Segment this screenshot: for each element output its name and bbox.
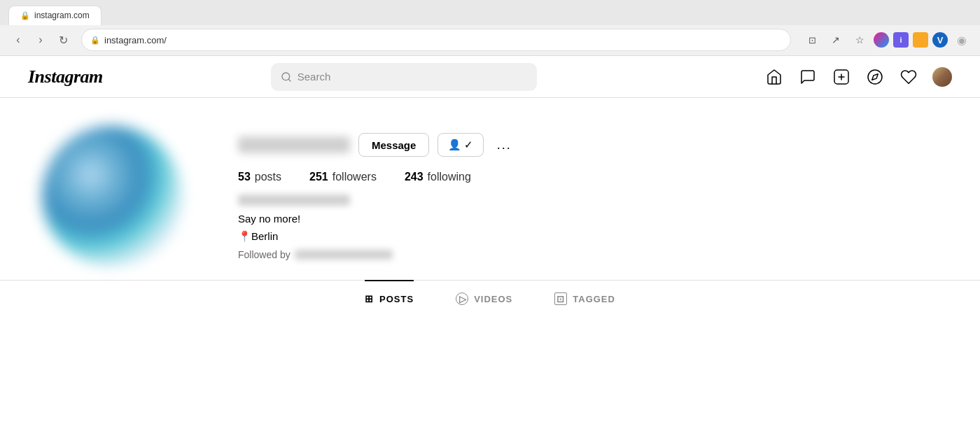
share-icon[interactable]: ↗ <box>826 30 846 50</box>
posts-tab-icon: ⊞ <box>365 293 374 304</box>
profile-avatar-section <box>42 126 182 266</box>
profile-avatar <box>42 126 182 266</box>
videos-tab-icon: ▷ <box>456 292 468 305</box>
extension-icon-circle[interactable]: ◉ <box>952 30 972 50</box>
checkmark: ✓ <box>464 139 473 151</box>
nav-buttons: ‹ › ↻ <box>8 30 73 50</box>
profile-tabs: ⊞ POSTS ▷ VIDEOS ⊡ TAGGED <box>0 280 980 316</box>
search-icon <box>281 71 292 83</box>
refresh-button[interactable]: ↻ <box>53 30 73 50</box>
bookmark-icon[interactable]: ☆ <box>850 30 869 50</box>
tab-videos[interactable]: ▷ VIDEOS <box>456 280 512 316</box>
lock-icon: 🔒 <box>90 36 100 45</box>
url-text: instagram.com/ <box>104 35 167 45</box>
following-count: 243 <box>405 171 424 183</box>
browser-brand-icon <box>874 32 889 48</box>
svg-line-1 <box>288 79 290 81</box>
videos-tab-label: VIDEOS <box>474 294 512 304</box>
translate-icon[interactable]: ⊡ <box>802 30 822 50</box>
followers-label: followers <box>332 171 377 183</box>
address-bar[interactable]: 🔒 instagram.com/ <box>81 29 791 51</box>
browser-tab[interactable]: 🔒 instagram.com <box>8 6 102 25</box>
profile-content: Message 👤 ✓ ... 53 posts 251 followers <box>0 98 980 266</box>
search-bar[interactable]: Search <box>271 63 537 91</box>
messenger-icon[interactable] <box>798 67 818 87</box>
followed-by-names-blurred <box>295 250 393 260</box>
toolbar-icons: ⊡ ↗ ☆ i V ◉ <box>802 30 972 50</box>
create-icon[interactable] <box>832 67 851 87</box>
more-options-button[interactable]: ... <box>492 133 516 157</box>
message-button[interactable]: Message <box>358 133 429 157</box>
browser-chrome: 🔒 instagram.com ‹ › ↻ 🔒 instagram.com/ ⊡… <box>0 0 980 56</box>
following-icon: 👤 <box>448 139 461 151</box>
following-stat[interactable]: 243 following <box>405 171 471 183</box>
top-nav: Instagram Search <box>0 56 980 98</box>
more-dots: ... <box>497 138 512 153</box>
extension-icon-v[interactable]: V <box>932 32 948 48</box>
extension-icon-yellow[interactable] <box>913 32 928 48</box>
instagram-logo: Instagram <box>28 66 103 87</box>
forward-button[interactable]: › <box>31 30 50 50</box>
followers-count: 251 <box>309 171 328 183</box>
explore-icon[interactable] <box>865 67 885 87</box>
instagram-app: Instagram Search <box>0 56 980 445</box>
posts-label: posts <box>255 171 281 183</box>
tab-tagged[interactable]: ⊡ TAGGED <box>554 280 615 316</box>
following-label: following <box>428 171 471 183</box>
tab-bar: 🔒 instagram.com <box>0 0 980 25</box>
svg-point-5 <box>868 70 882 84</box>
svg-marker-6 <box>872 73 878 79</box>
user-avatar[interactable] <box>932 67 952 87</box>
nav-icons <box>764 67 952 87</box>
followed-by-prefix: Followed by <box>238 249 290 260</box>
back-button[interactable]: ‹ <box>8 30 28 50</box>
posts-count: 53 <box>238 171 251 183</box>
posts-stat[interactable]: 53 posts <box>238 171 281 183</box>
tab-title: instagram.com <box>34 10 90 20</box>
bio-line-1: Say no more! <box>238 211 938 226</box>
tab-posts[interactable]: ⊞ POSTS <box>365 280 414 316</box>
extension-icon-blue[interactable]: i <box>893 32 909 48</box>
tagged-tab-icon: ⊡ <box>554 292 567 305</box>
home-icon[interactable] <box>764 67 784 87</box>
tagged-tab-label: TAGGED <box>573 294 615 304</box>
bio-text: Say no more! 📍Berlin <box>238 211 938 243</box>
notifications-icon[interactable] <box>899 67 918 87</box>
posts-tab-label: POSTS <box>379 294 414 304</box>
username-blurred <box>238 136 350 153</box>
stats-row: 53 posts 251 followers 243 following <box>238 171 938 183</box>
followed-by: Followed by <box>238 249 938 260</box>
display-name-blurred <box>238 195 350 206</box>
profile-header-row: Message 👤 ✓ ... <box>238 133 938 157</box>
search-placeholder: Search <box>298 71 331 83</box>
bio-line-2: 📍Berlin <box>238 229 938 243</box>
profile-info: Message 👤 ✓ ... 53 posts 251 followers <box>238 126 938 266</box>
following-button[interactable]: 👤 ✓ <box>438 133 484 157</box>
address-bar-row: ‹ › ↻ 🔒 instagram.com/ ⊡ ↗ ☆ i V ◉ <box>0 25 980 55</box>
followers-stat[interactable]: 251 followers <box>309 171 377 183</box>
